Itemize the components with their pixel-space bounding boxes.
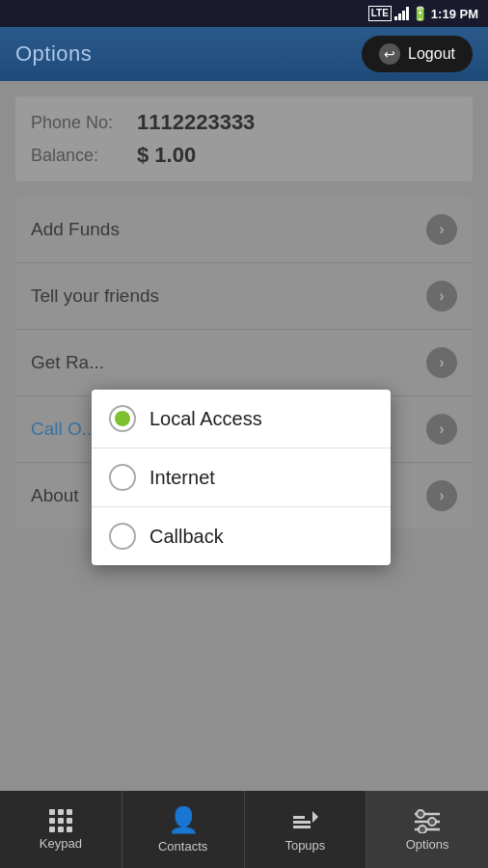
- call-mode-dropdown: Local Access Internet Callback: [92, 390, 391, 565]
- bottom-nav: Keypad 👤 Contacts Topups Options: [0, 791, 488, 868]
- radio-local-access-dot: [115, 411, 130, 426]
- radio-internet-circle: [109, 464, 136, 491]
- time-display: 1:19 PM: [431, 7, 478, 21]
- nav-topups-label: Topups: [285, 838, 325, 853]
- status-icons: LTE 🔋 1:19 PM: [368, 6, 478, 21]
- nav-item-contacts[interactable]: 👤 Contacts: [122, 791, 245, 868]
- topups-icon: [289, 807, 320, 834]
- main-content: Phone No: 1112223333 Balance: $ 1.00 Add…: [0, 81, 488, 791]
- page-title: Options: [15, 41, 92, 67]
- nav-options-label: Options: [406, 837, 449, 852]
- svg-point-5: [417, 810, 424, 818]
- radio-local-access-label: Local Access: [149, 408, 262, 430]
- radio-local-access-circle: [109, 405, 136, 432]
- radio-internet-label: Internet: [149, 467, 215, 489]
- lte-icon: LTE: [368, 6, 392, 21]
- logout-label: Logout: [408, 45, 455, 63]
- battery-icon: 🔋: [412, 6, 428, 21]
- radio-callback-circle: [109, 523, 136, 550]
- radio-option-callback[interactable]: Callback: [92, 507, 391, 565]
- svg-rect-2: [293, 816, 305, 819]
- options-icon: [413, 808, 442, 833]
- nav-item-options[interactable]: Options: [366, 791, 488, 868]
- svg-point-9: [419, 826, 426, 833]
- nav-item-topups[interactable]: Topups: [245, 791, 367, 868]
- nav-item-keypad[interactable]: Keypad: [0, 791, 122, 868]
- svg-rect-1: [293, 826, 311, 828]
- svg-rect-0: [293, 821, 311, 824]
- keypad-icon: [49, 809, 72, 832]
- radio-option-internet[interactable]: Internet: [92, 448, 391, 507]
- header: Options ↩ Logout: [0, 27, 488, 81]
- nav-keypad-label: Keypad: [40, 836, 82, 851]
- svg-point-7: [428, 818, 436, 826]
- signal-icon: [394, 7, 409, 20]
- contacts-icon: 👤: [168, 805, 199, 835]
- logout-icon: ↩: [379, 43, 400, 65]
- status-bar: LTE 🔋 1:19 PM: [0, 0, 488, 27]
- nav-contacts-label: Contacts: [158, 839, 207, 854]
- svg-marker-3: [312, 811, 318, 823]
- radio-option-local-access[interactable]: Local Access: [92, 390, 391, 448]
- logout-button[interactable]: ↩ Logout: [362, 36, 473, 72]
- radio-callback-label: Callback: [149, 526, 224, 548]
